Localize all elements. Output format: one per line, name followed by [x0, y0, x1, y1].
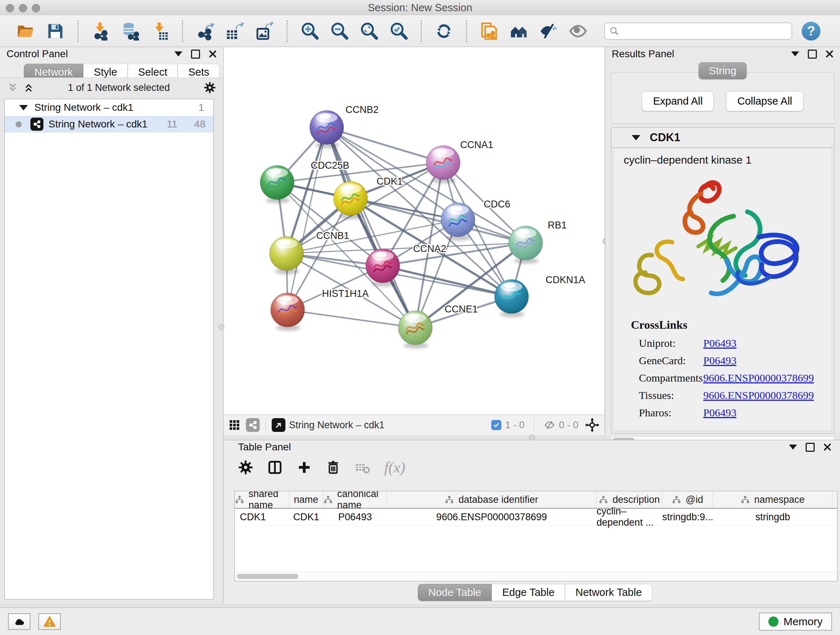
delete-column-icon[interactable] [325, 460, 341, 475]
table-cell[interactable]: CDK1 [235, 509, 289, 525]
close-window-button[interactable] [6, 4, 14, 12]
network-canvas[interactable]: CCNB2CCNA1CDC25BCDK1CDC6RB1CCNB1CCNA2CDK… [224, 47, 605, 415]
results-panel-tabs: String [605, 62, 840, 79]
scrollbar-thumb[interactable] [237, 574, 298, 579]
table-tab-edge-table[interactable]: Edge Table [492, 584, 565, 601]
zoom-out-button[interactable] [329, 21, 349, 41]
table-tab-network-table[interactable]: Network Table [565, 584, 652, 601]
panel-float-icon[interactable] [808, 50, 817, 59]
edge-CCNA2-CDKN1A[interactable] [383, 266, 512, 296]
node-CCNB2[interactable]: CCNB2 [309, 104, 379, 148]
column-header-database-identifier[interactable]: database identifier [387, 491, 597, 508]
crosslink-link[interactable]: P06493 [703, 404, 737, 421]
table-cell[interactable]: 9606.ENSP00000378699 [387, 509, 597, 525]
search-input[interactable] [622, 25, 787, 37]
help-button[interactable]: ? [802, 22, 821, 41]
collection-name: String Network – cdk1 [34, 102, 134, 113]
minimize-window-button[interactable] [19, 4, 27, 12]
detach-view-button[interactable] [272, 418, 286, 432]
crosslink-row: Tissues:9606.ENSP00000378699 [631, 386, 832, 404]
table-cell[interactable]: stringdb [713, 509, 832, 525]
expand-all-button[interactable]: Expand All [642, 91, 714, 111]
network-collection-row[interactable]: String Network – cdk1 1 [5, 99, 213, 116]
gear-icon[interactable] [204, 81, 216, 94]
node-RB1[interactable]: RB1 [508, 220, 567, 264]
export-image-button[interactable] [254, 21, 275, 41]
zoom-selected-button[interactable] [388, 21, 409, 41]
export-network-button[interactable] [195, 21, 215, 41]
panel-float-icon[interactable] [191, 50, 200, 59]
column-header-canonical-name[interactable]: canonical name [324, 491, 387, 508]
crosslink-link[interactable]: 9606.ENSP00000378699 [703, 386, 814, 404]
table-cell[interactable]: stringdb:9... [662, 509, 713, 525]
collapse-all-chevrons-icon[interactable] [7, 82, 18, 93]
expand-all-chevrons-icon[interactable] [23, 82, 34, 93]
results-tab-string[interactable]: String [699, 62, 747, 79]
gear-icon[interactable] [238, 460, 253, 475]
edge-HIST1H1A-CCNE1[interactable] [287, 310, 415, 328]
column-tree-icon [741, 495, 750, 504]
disclosure-triangle-icon[interactable] [632, 135, 640, 141]
edge-CCNB2-HIST1H1A[interactable] [287, 127, 327, 310]
refresh-icon [434, 22, 453, 41]
panel-close-icon[interactable] [209, 50, 217, 58]
protein-header[interactable]: CDK1 [611, 128, 834, 148]
left-splitter-handle[interactable] [218, 325, 224, 330]
collection-count: 1 [198, 102, 213, 113]
table-horizontal-scrollbar[interactable] [235, 572, 837, 581]
network-row[interactable]: String Network – cdk1 11 48 [5, 116, 213, 133]
toolbar-separator [421, 20, 422, 42]
panel-menu-icon[interactable] [174, 51, 182, 57]
import-network-from-database-button[interactable] [120, 21, 141, 41]
table-cell[interactable]: P06493 [324, 509, 387, 525]
apply-style-refresh-button[interactable] [434, 21, 454, 41]
panel-close-icon[interactable] [826, 50, 834, 58]
panel-menu-icon[interactable] [791, 51, 799, 57]
show-graphics-details-button[interactable] [568, 21, 588, 41]
string-network-graph[interactable]: CCNB2CCNA1CDC25BCDK1CDC6RB1CCNB1CCNA2CDK… [224, 47, 605, 415]
node-label-CDK1: CDK1 [377, 176, 403, 187]
table-row[interactable]: CDK1CDK1P064939606.ENSP00000378699cyclin… [235, 509, 837, 526]
table-cell[interactable]: cyclin–dependent ... [597, 509, 662, 525]
import-table-button[interactable] [150, 21, 170, 41]
crosslink-link[interactable]: P06493 [703, 334, 737, 352]
select-columns-icon[interactable] [267, 459, 283, 475]
table-tab-node-table[interactable]: Node Table [418, 584, 492, 601]
zoom-window-button[interactable] [32, 4, 40, 12]
node-table[interactable]: shared namenamecanonical namedatabase id… [234, 491, 837, 581]
selected-checkbox-icon[interactable] [491, 420, 501, 430]
save-session-button[interactable] [45, 21, 65, 41]
memory-button[interactable]: Memory [759, 613, 832, 631]
column-header-shared-name[interactable]: shared name [235, 491, 289, 508]
crosslink-link[interactable]: 9606.ENSP00000378699 [703, 369, 814, 386]
crosslink-link[interactable]: P06493 [703, 352, 737, 369]
grid-view-icon[interactable] [229, 419, 240, 431]
cloud-status-button[interactable] [8, 613, 30, 630]
control-panel: Control Panel NetworkStyleSelectSets 1 o… [0, 47, 224, 603]
node-CDKN1A[interactable]: CDKN1A [494, 274, 585, 317]
table-cell[interactable]: CDK1 [289, 509, 324, 525]
disclosure-triangle-icon[interactable] [19, 105, 28, 111]
panel-float-icon[interactable] [806, 443, 815, 452]
column-header-name[interactable]: name [289, 491, 324, 508]
add-column-icon[interactable] [297, 460, 312, 475]
string-home-button[interactable] [508, 21, 529, 41]
export-table-button[interactable] [225, 21, 245, 41]
open-session-button[interactable] [16, 21, 36, 41]
zoom-in-button[interactable] [300, 21, 320, 41]
collapse-all-button[interactable]: Collapse All [726, 91, 804, 111]
warnings-button[interactable] [38, 613, 61, 630]
node-CCNA1[interactable]: CCNA1 [426, 139, 493, 183]
hide-glass-eye-button[interactable] [538, 21, 559, 41]
column-header--id[interactable]: @id [662, 491, 713, 508]
zoom-fit-button[interactable] [359, 21, 379, 41]
pan-crosshair-icon[interactable] [585, 418, 600, 432]
panel-close-icon[interactable] [823, 443, 831, 451]
import-network-file-button[interactable] [90, 21, 111, 41]
edge-CCNB2-CCNA1[interactable] [327, 127, 443, 163]
network-view-share-icon[interactable] [246, 418, 260, 432]
panel-menu-icon[interactable] [789, 445, 797, 450]
clone-network-button[interactable] [479, 21, 499, 41]
network-share-icon [30, 118, 43, 131]
column-header-namespace[interactable]: namespace [713, 491, 832, 508]
